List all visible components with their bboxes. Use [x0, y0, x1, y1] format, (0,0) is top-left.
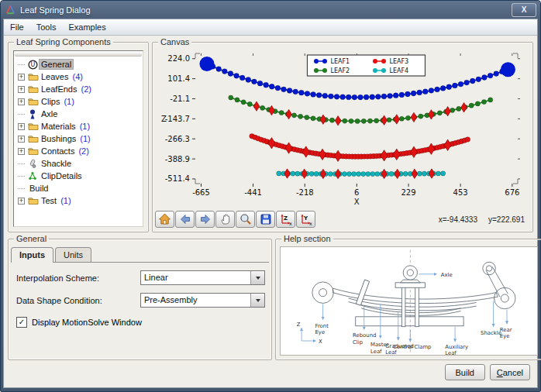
zx-view-button[interactable]: Zx — [276, 211, 295, 228]
data-shape-condition-value: Pre-Assembly — [141, 294, 250, 307]
folder-icon — [28, 72, 40, 81]
leaf-spring-diagram: Axle Front Eye Rebound Clip Master Leaf … — [280, 246, 538, 356]
general-tabs: Inputs Units — [11, 247, 271, 262]
x-axis-label: X — [319, 339, 322, 345]
zoom-button[interactable] — [236, 211, 255, 228]
tree-item-leaves[interactable]: +Leaves(4) — [14, 70, 143, 83]
forward-button[interactable] — [195, 211, 215, 228]
close-icon: X — [522, 5, 527, 14]
plot-area[interactable]: -665-441-2186229453676224.0101.4-21.1-14… — [155, 47, 530, 207]
tree-item-label: Bushings — [40, 134, 78, 143]
expander-icon[interactable]: + — [18, 136, 25, 143]
svg-text:Leaf: Leaf — [370, 349, 382, 355]
tree-item-label: Test — [40, 196, 58, 205]
menu-bar: File Tools Examples — [4, 19, 537, 36]
svg-text:-665: -665 — [192, 188, 210, 197]
svg-text:-511.4: -511.4 — [165, 174, 190, 183]
folder-icon — [28, 122, 40, 131]
help-groupbox: Help section — [275, 239, 541, 360]
circled-u-icon: U — [28, 60, 40, 70]
expander-icon[interactable]: + — [18, 98, 25, 105]
svg-text:x: x — [309, 221, 312, 226]
tree-item-count: (1) — [80, 134, 90, 143]
rebound-clip-label: Rebound — [353, 332, 376, 339]
tree-item-label: Build — [28, 184, 50, 193]
leaf-spring-dialog-window: Leaf Spring Dialog X File Tools Examples… — [0, 0, 541, 392]
tree-item-label: Materials — [40, 122, 78, 131]
build-button[interactable]: Build — [445, 364, 485, 380]
checkmark-icon: ✓ — [19, 318, 25, 326]
tree-item-shackle[interactable]: Shackle — [14, 157, 143, 170]
data-shape-condition-dropdown-button[interactable] — [250, 294, 264, 307]
tree-header-strip — [15, 52, 142, 57]
tab-inputs[interactable]: Inputs — [11, 247, 53, 263]
expander-icon[interactable]: + — [18, 198, 25, 205]
yx-view-button[interactable]: Yx — [296, 211, 315, 228]
svg-text:Clip: Clip — [353, 339, 363, 346]
svg-text:453: 453 — [453, 188, 468, 197]
central-clamp-label: Central Clamp — [393, 344, 431, 350]
menu-examples[interactable]: Examples — [62, 21, 112, 33]
interpolation-scheme-dropdown-button[interactable] — [250, 271, 264, 284]
pan-button[interactable] — [215, 211, 235, 228]
tree-guide — [18, 188, 25, 189]
menu-file[interactable]: File — [4, 21, 30, 33]
axle-label: Axle — [441, 272, 453, 278]
tree-item-label: LeafEnds — [40, 84, 78, 94]
tree-item-count: (2) — [81, 84, 91, 94]
tree-item-build[interactable]: Build — [14, 182, 143, 194]
tree-item-general[interactable]: UGeneral — [14, 58, 143, 70]
interpolation-scheme-select[interactable]: Linear — [140, 270, 265, 285]
components-groupbox-title: Leaf Spring Components — [14, 36, 113, 47]
save-button[interactable] — [256, 211, 275, 228]
svg-text:Eye: Eye — [500, 333, 510, 339]
expander-icon[interactable]: + — [18, 148, 25, 155]
tree-guide — [18, 114, 25, 115]
expander-icon[interactable]: + — [18, 86, 25, 93]
title-bar: Leaf Spring Dialog X — [3, 1, 538, 19]
pan-hand-icon — [219, 213, 232, 225]
display-motionsolve-checkbox[interactable]: ✓ — [16, 317, 27, 328]
svg-text:Y: Y — [303, 215, 308, 222]
close-button[interactable]: X — [512, 3, 536, 17]
home-button[interactable] — [155, 211, 174, 228]
back-button[interactable] — [175, 211, 195, 228]
svg-text:LEAF4: LEAF4 — [389, 67, 408, 74]
tree-item-bushings[interactable]: +Bushings(1) — [14, 132, 143, 145]
tree-item-clips[interactable]: +Clips(1) — [14, 95, 143, 108]
svg-text:-441: -441 — [244, 188, 262, 197]
component-tree[interactable]: UGeneral+Leaves(4)+LeafEnds(2)+Clips(1)A… — [13, 50, 143, 227]
tree-item-label: Contacts — [40, 146, 76, 156]
tree-item-test[interactable]: +Test(1) — [14, 194, 143, 207]
tree-guide — [18, 64, 25, 65]
cancel-button[interactable]: Cancel — [490, 364, 530, 380]
shackle-label: Shackle — [481, 330, 501, 336]
folder-icon — [28, 134, 40, 143]
display-motionsolve-label: Display MotionSolve Window — [32, 318, 142, 327]
tree-item-contacts[interactable]: +Contacts(2) — [14, 145, 143, 157]
data-shape-condition-select[interactable]: Pre-Assembly — [140, 293, 265, 308]
tree-item-leafends[interactable]: +LeafEnds(2) — [14, 83, 143, 95]
svg-text:101.4: 101.4 — [167, 74, 190, 83]
svg-text:Leaf: Leaf — [385, 349, 397, 356]
axle-icon — [28, 109, 40, 119]
expander-icon[interactable]: + — [18, 74, 25, 81]
tree-item-clipdetails[interactable]: ClipDetails — [14, 170, 143, 182]
interpolation-scheme-value: Linear — [141, 271, 250, 284]
back-arrow-icon — [179, 213, 191, 225]
general-groupbox-title: General — [14, 233, 49, 244]
home-icon — [158, 213, 171, 225]
cursor-coordinates: x=-94.4333 y=222.691 — [439, 215, 531, 224]
chevron-down-icon — [256, 277, 260, 280]
menu-tools[interactable]: Tools — [30, 21, 63, 33]
tab-units[interactable]: Units — [55, 247, 91, 262]
svg-text:Z: Z — [284, 215, 288, 222]
svg-text:-21.1: -21.1 — [170, 95, 190, 103]
expander-icon[interactable]: + — [18, 123, 25, 130]
svg-text:676: 676 — [505, 188, 519, 197]
tree-item-materials[interactable]: +Materials(1) — [14, 120, 143, 132]
tree-guide — [18, 176, 25, 177]
rear-eye-label: Rear — [500, 327, 512, 333]
svg-text:U: U — [31, 61, 36, 68]
tree-item-axle[interactable]: Axle — [14, 108, 143, 120]
